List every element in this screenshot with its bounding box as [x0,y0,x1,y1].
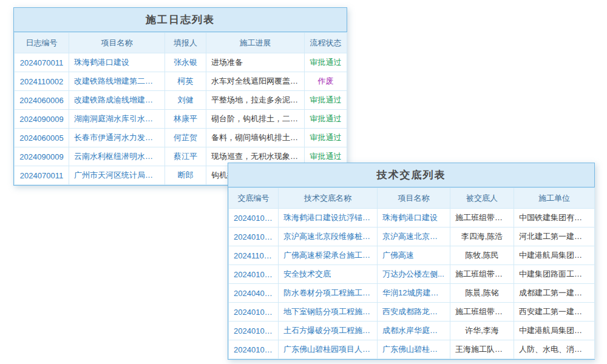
link-cell[interactable]: 2024060005 [15,129,69,147]
link-cell[interactable]: 刘健 [165,91,206,110]
table-row[interactable]: 2024110001广佛高速桥梁承台施工技...广佛高速陈牧,陈民中建港航局集团… [229,246,595,265]
column-header: 流程状态 [305,33,347,53]
table-row[interactable]: 2024110002改建铁路线增建第二线直...柯英水车对全线遮阳网覆盖点进..… [15,72,347,91]
link-cell[interactable]: 林康平 [165,110,206,129]
link-cell[interactable]: 2024010002 [229,322,279,340]
status-cell: 审批通过 [305,91,347,110]
link-cell[interactable]: 2024010001 [229,340,279,359]
link-cell[interactable]: 2024010002 [229,303,279,322]
table-row[interactable]: 2024090009湖南洞庭湖水库引水工程...林康平砌台阶，钩机排土，二包砌.… [15,110,347,129]
text-cell: 进场准备 [206,53,305,72]
text-cell: 平整场地，拉走多余泥土15... [206,91,305,110]
text-cell: 施工班组带班... [450,265,514,284]
link-cell[interactable]: 2024010003 [229,265,279,284]
link-cell[interactable]: 2024060006 [15,91,69,110]
status-cell: 作废 [305,72,347,91]
table-row[interactable]: 2024010002土石方爆破分项工程施工...成都水岸华庭名苑...许华,李海… [229,322,595,340]
text-cell: 陈晨,陈铭 [450,284,514,303]
column-header: 日志编号 [15,33,69,53]
link-cell[interactable]: 2024110001 [229,246,279,265]
table-row[interactable]: 2024010004京沪高速北京段维修桩辐...京沪高速北京段维修李四海,陈浩河… [229,228,595,246]
link-cell[interactable]: 湖南洞庭湖水库引水工程... [69,110,165,129]
link-cell[interactable]: 安全技术交底 [279,265,378,284]
text-cell: 王海施工队全队 [450,340,514,359]
column-header: 填报人 [165,33,206,53]
text-cell: 水车对全线遮阳网覆盖点进... [206,72,305,91]
link-cell[interactable]: 广东佛山碧桂园项目人防... [279,340,378,359]
link-cell[interactable]: 柯英 [165,72,206,91]
table-row[interactable]: 2024070011珠海鹤港口建设张永银进场准备审批通过 [15,53,347,72]
link-cell[interactable]: 土石方爆破分项工程施工... [279,322,378,340]
technical-disclosure-panel: 技术交底列表 交底编号技术交底名称项目名称被交底人施工单位2024010003珠… [228,163,595,360]
link-cell[interactable]: 珠海鹤港口建设抗浮锚杆... [279,209,378,228]
link-cell[interactable]: 京沪高速北京段维修 [378,228,450,246]
construction-log-title: 施工日志列表 [14,8,347,32]
status-cell: 审批通过 [305,110,347,129]
text-cell: 施工班组带班... [450,303,514,322]
text-cell: 李四海,陈浩 [450,228,514,246]
link-cell[interactable]: 改建铁路线增建第二线直... [69,72,165,91]
link-cell[interactable]: 2024010004 [229,228,279,246]
link-cell[interactable]: 广佛高速桥梁承台施工技... [279,246,378,265]
table-row[interactable]: 2024010003珠海鹤港口建设抗浮锚杆...珠海鹤港口建设施工班组带班...… [229,209,595,228]
column-header: 技术交底名称 [279,188,378,209]
link-cell[interactable]: 京沪高速北京段维修桩辐... [279,228,378,246]
text-cell: 河北建工第一建筑有... [514,228,595,246]
link-cell[interactable]: 地下室钢筋分项工程施工... [279,303,378,322]
link-cell[interactable]: 广东佛山碧桂园项目 [378,340,450,359]
text-cell: 备料，砌间墙钩机排土，瓦... [206,129,305,147]
link-cell[interactable]: 珠海鹤港口建设 [69,53,165,72]
column-header: 项目名称 [69,33,165,53]
column-header: 施工单位 [514,188,595,209]
link-cell[interactable]: 防水卷材分项工程施工技... [279,284,378,303]
technical-disclosure-table: 交底编号技术交底名称项目名称被交底人施工单位2024010003珠海鹤港口建设抗… [228,187,595,359]
text-cell: 施工班组带班... [450,209,514,228]
text-cell: 中国铁建集团有限公司 [514,209,595,228]
link-cell[interactable]: 改建铁路成渝线增建第二... [69,91,165,110]
link-cell[interactable]: 2024070011 [15,53,69,72]
table-row[interactable]: 2024010002地下室钢筋分项工程施工...西安成都路龙湖上...施工班组带… [229,303,595,322]
link-cell[interactable]: 广佛高速 [378,246,450,265]
construction-log-panel: 施工日志列表 日志编号项目名称填报人施工进展流程状态2024070011珠海鹤港… [13,7,347,186]
link-cell[interactable]: 何芷贺 [165,129,206,147]
text-cell: 陈牧,陈民 [450,246,514,265]
text-cell: 西安建工第一建筑有... [514,303,595,322]
link-cell[interactable]: 张永银 [165,53,206,72]
table-row[interactable]: 2024060006改建铁路成渝线增建第二...刘健平整场地，拉走多余泥土15.… [15,91,347,110]
text-cell: 中建集团路面工程有... [514,265,595,284]
link-cell[interactable]: 长春市伊通河水力发电厂... [69,129,165,147]
link-cell[interactable]: 西安成都路龙湖上... [378,303,450,322]
text-cell: 成都建工第一建筑有... [514,284,595,303]
status-cell: 审批通过 [305,53,347,72]
column-header: 交底编号 [229,188,279,209]
link-cell[interactable]: 万达办公楼左侧... [378,265,450,284]
text-cell: 人防、水电、消防暖通 [514,340,595,359]
text-cell: 许华,李海 [450,322,514,340]
link-cell[interactable]: 断郎 [165,166,206,185]
technical-disclosure-title: 技术交底列表 [228,163,594,187]
table-row[interactable]: 2024040001防水卷材分项工程施工技...华润12城房建工程...陈晨,陈… [229,284,595,303]
column-header: 被交底人 [450,188,514,209]
table-row[interactable]: 2024010001广东佛山碧桂园项目人防...广东佛山碧桂园项目王海施工队全队… [229,340,595,359]
link-cell[interactable]: 蔡江平 [165,147,206,166]
link-cell[interactable]: 2024090009 [15,110,69,129]
text-cell: 中建港航局集团有限... [514,322,595,340]
column-header: 项目名称 [378,188,450,209]
link-cell[interactable]: 2024070011 [15,166,69,185]
link-cell[interactable]: 广州市天河区统计局机房... [69,166,165,185]
link-cell[interactable]: 2024040001 [229,284,279,303]
text-cell: 砌台阶，钩机排土，二包砌... [206,110,305,129]
link-cell[interactable]: 珠海鹤港口建设 [378,209,450,228]
text-cell: 中建港航局集团有限... [514,246,595,265]
table-row[interactable]: 2024060005长春市伊通河水力发电厂...何芷贺备料，砌间墙钩机排土，瓦.… [15,129,347,147]
link-cell[interactable]: 成都水岸华庭名苑... [378,322,450,340]
link-cell[interactable]: 2024090009 [15,147,69,166]
table-row[interactable]: 2024010003安全技术交底万达办公楼左侧...施工班组带班...中建集团路… [229,265,595,284]
link-cell[interactable]: 2024110002 [15,72,69,91]
column-header: 施工进展 [206,33,305,53]
link-cell[interactable]: 2024010003 [229,209,279,228]
link-cell[interactable]: 云南水利枢纽潜明水库一... [69,147,165,166]
link-cell[interactable]: 华润12城房建工程... [378,284,450,303]
status-cell: 审批通过 [305,129,347,147]
